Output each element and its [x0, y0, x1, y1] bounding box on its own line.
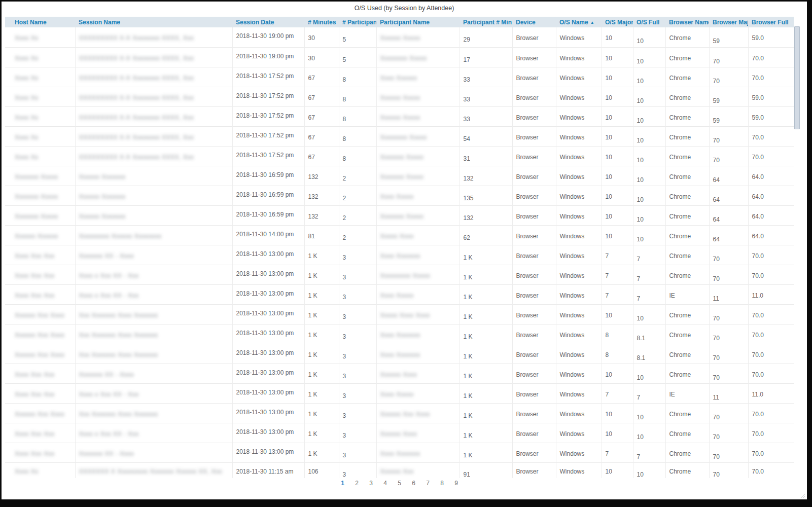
column-header-osfull[interactable]: O/S Full — [633, 17, 665, 27]
cell-bfull: 70.0 — [748, 47, 794, 67]
table-row[interactable]: Xxxx Xxx XxxXxxx x Xxx XX - Xxx2018-11-3… — [5, 284, 794, 304]
column-header-bmajor[interactable]: Browser Major — [709, 17, 748, 27]
table-row[interactable]: Xxxx Xxx XxxXxxxxxx XX - Xxxx2018-11-30 … — [5, 245, 794, 265]
table-row[interactable]: Xxxx Xxx XxxXxxx x Xxx XX - Xxx2018-11-3… — [5, 383, 794, 403]
page-button-9[interactable]: 9 — [449, 480, 464, 487]
column-header-host[interactable]: Host Name — [5, 17, 75, 27]
page-button-2[interactable]: 2 — [350, 480, 364, 487]
cell-osmajor: 10 — [602, 186, 633, 205]
cell-bmajor: 64 — [709, 205, 748, 225]
page-button-1[interactable]: 1 — [336, 480, 350, 487]
cell-text: 10 — [637, 58, 644, 65]
cell-text: 70.0 — [752, 332, 764, 339]
table-row[interactable]: Xxxxxx Xxx XxxxXxx Xxxxxxx Xxxx Xxxxxxx2… — [5, 304, 794, 324]
cell-osfull: 10 — [633, 403, 665, 423]
table-row[interactable]: Xxxx XxXXXXXXXXX X-X Xxxxxxxx XXXX, Xxx2… — [5, 27, 794, 47]
table-row[interactable]: Xxxx XxXXXXXXX X Xxxxxxxxx Xxxxxxx Xxxxx… — [5, 462, 794, 478]
column-header-pminutes[interactable]: Participant # Minutes — [460, 17, 512, 27]
table-row[interactable]: Xxxxxx XxxxxxXxxxxxxxx Xxxxxx Xxxxxxxx20… — [5, 225, 794, 245]
cell-text: 1 K — [464, 412, 473, 419]
table-row[interactable]: Xxxxxx Xxx XxxxXxx Xxxxxxx Xxxx Xxxxxxx2… — [5, 403, 794, 423]
cell-text: Windows — [560, 468, 585, 475]
cell-osmajor: 7 — [602, 383, 633, 403]
cell-osfull: 7 — [633, 245, 665, 265]
cell-participant: Xxxxx Xxxx Xxxx — [376, 304, 460, 324]
cell-participants: 3 — [339, 284, 376, 304]
cell-participants: 3 — [339, 383, 376, 403]
column-header-osname[interactable]: O/S Name▲ — [556, 17, 602, 27]
cell-bmajor: 11 — [709, 284, 748, 304]
cell-date: 2018-11-30 17:52 pm — [232, 106, 304, 126]
cell-session: XXXXXXXXX X-X Xxxxxxxx XXXX, Xxx — [75, 146, 232, 166]
cell-session: XXXXXXXXX X-X Xxxxxxxx XXXX, Xxx — [75, 87, 232, 106]
cell-text: 10 — [606, 154, 612, 161]
table-row[interactable]: Xxxx XxXXXXXXXXX X-X Xxxxxxxx XXXX, Xxx2… — [5, 87, 794, 106]
column-header-minutes[interactable]: # Minutes — [304, 17, 339, 27]
page-button-5[interactable]: 5 — [393, 480, 407, 487]
table-row[interactable]: Xxxx Xxx XxxXxxx x Xxx XX - Xxx2018-11-3… — [5, 265, 794, 284]
column-header-device[interactable]: Device — [512, 17, 556, 27]
redacted-text: Xxxx Xxxxxx — [380, 75, 417, 82]
cell-pminutes: 1 K — [460, 423, 512, 443]
column-header-session[interactable]: Session Name — [75, 17, 232, 27]
page-button-6[interactable]: 6 — [407, 480, 421, 487]
table-row[interactable]: Xxxx XxXXXXXXXXX X-X Xxxxxxxx XXXX, Xxx2… — [5, 106, 794, 126]
cell-host: Xxxx Xx — [5, 146, 75, 166]
cell-date: 2018-11-30 13:00 pm — [232, 284, 304, 304]
redacted-text: Xxxx Xxx Xxx — [15, 272, 55, 279]
cell-text: 1 K — [308, 430, 317, 438]
column-header-label: Session Date — [236, 19, 274, 26]
cell-text: 3 — [343, 432, 346, 439]
cell-bname: IE — [665, 284, 709, 304]
column-header-participants[interactable]: # Participants — [339, 17, 376, 27]
cell-osfull: 10 — [633, 186, 665, 205]
cell-text: 2 — [343, 175, 346, 182]
page-button-7[interactable]: 7 — [421, 480, 435, 487]
resize-handle-icon[interactable] — [800, 491, 805, 497]
cell-bmajor: 70 — [709, 403, 748, 423]
cell-text: 10 — [606, 94, 612, 101]
cell-host: Xxxxxx Xxx Xxxx — [5, 403, 75, 423]
redacted-text: Xxxx x Xxx XX - Xxx — [79, 430, 139, 438]
cell-text: 70.0 — [752, 411, 764, 418]
cell-bfull: 70.0 — [748, 245, 794, 265]
column-header-participant[interactable]: Participant Name — [376, 17, 460, 27]
redacted-text: XXXXXXXXX X-X Xxxxxxxx XXXX, Xxx — [79, 134, 194, 141]
table-row[interactable]: Xxxxxx Xxx XxxxXxx Xxxxxxx Xxxx Xxxxxxx2… — [5, 344, 794, 364]
table-row[interactable]: Xxxx Xxx XxxXxxx x Xxx XX - Xxx2018-11-3… — [5, 423, 794, 443]
table-row[interactable]: Xxxx XxXXXXXXXXX X-X Xxxxxxxx XXXX, Xxx2… — [5, 47, 794, 67]
cell-text: Chrome — [669, 94, 691, 101]
cell-text: 106 — [308, 468, 319, 475]
cell-text: Chrome — [669, 114, 691, 121]
cell-osname: Windows — [556, 106, 602, 126]
cell-text: 2018-11-30 13:00 pm — [236, 290, 294, 297]
page-button-4[interactable]: 4 — [378, 480, 393, 487]
table-row[interactable]: Xxxx XxXXXXXXXXX X-X Xxxxxxxx XXXX, Xxx2… — [5, 146, 794, 166]
cell-text: 2 — [343, 234, 346, 241]
column-header-bfull[interactable]: Browser Full — [748, 17, 794, 27]
cell-bname: IE — [665, 383, 709, 403]
table-row[interactable]: Xxxxxxx XxxxxXxxxxx Xxxxxxx2018-11-30 16… — [5, 166, 794, 186]
cell-minutes: 132 — [304, 186, 339, 205]
table-row[interactable]: Xxxx Xxx XxxXxxxxxx XX - Xxxx2018-11-30 … — [5, 364, 794, 383]
table-row[interactable]: Xxxx XxXXXXXXXXX X-X Xxxxxxxx XXXX, Xxx2… — [5, 67, 794, 87]
column-header-bname[interactable]: Browser Name — [665, 17, 709, 27]
page-button-8[interactable]: 8 — [435, 480, 449, 487]
table-row[interactable]: Xxxxxxx XxxxxXxxxxx Xxxxxxx2018-11-30 16… — [5, 205, 794, 225]
cell-bname: Chrome — [665, 403, 709, 423]
cell-text: 7 — [637, 453, 641, 460]
table-row[interactable]: Xxxx Xxx XxxXxxxxxx XX - Xxxx2018-11-30 … — [5, 443, 794, 462]
column-header-date[interactable]: Session Date — [232, 17, 304, 27]
cell-text: 10 — [637, 137, 644, 144]
cell-text: Browser — [516, 272, 539, 279]
column-header-osmajor[interactable]: O/S Major — [602, 17, 633, 27]
table-row[interactable]: Xxxxxxx XxxxxXxxxxx Xxxxxxx2018-11-30 16… — [5, 186, 794, 205]
cell-bmajor: 70 — [709, 324, 748, 344]
page-button-3[interactable]: 3 — [364, 480, 378, 487]
cell-host: Xxxx Xx — [5, 47, 75, 67]
cell-text: 132 — [464, 175, 474, 182]
table-row[interactable]: Xxxxxx Xxx XxxxXxx Xxxxxxx Xxxx Xxxxxxx2… — [5, 324, 794, 344]
cell-text: Browser — [516, 114, 539, 121]
vertical-scrollbar-thumb[interactable] — [794, 26, 800, 129]
table-row[interactable]: Xxxx XxXXXXXXXXX X-X Xxxxxxxx XXXX, Xxx2… — [5, 126, 794, 146]
